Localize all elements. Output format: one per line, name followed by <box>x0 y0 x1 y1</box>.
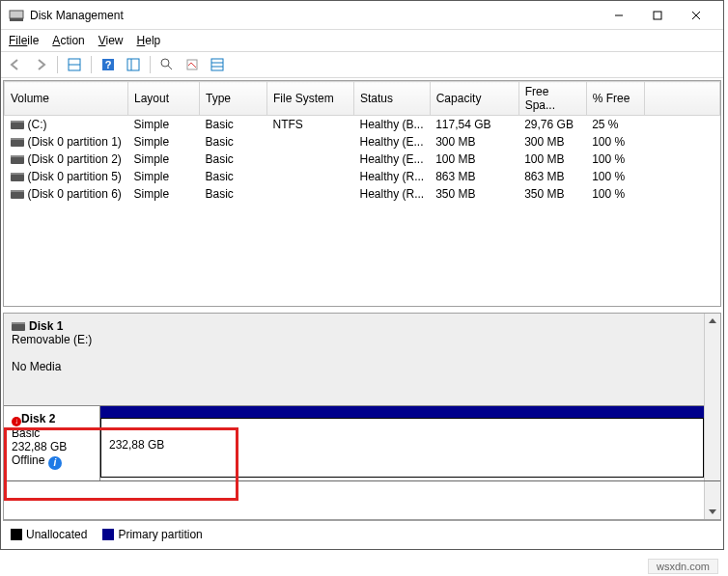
view-settings-button[interactable] <box>123 54 144 75</box>
forward-button[interactable] <box>30 54 51 75</box>
svg-rect-15 <box>211 59 223 70</box>
error-icon: ↓ <box>12 417 21 426</box>
menu-action[interactable]: Action <box>52 34 84 47</box>
volume-icon <box>11 173 24 181</box>
volume-icon <box>11 138 24 147</box>
disk-management-window: Disk Management Fileile Action View Help… <box>0 0 724 550</box>
menu-bar: Fileile Action View Help <box>1 30 723 51</box>
volume-icon <box>11 190 24 199</box>
legend-primary: Primary partition <box>102 528 202 541</box>
back-button[interactable] <box>5 54 26 75</box>
col-pct[interactable]: % Free <box>586 82 644 116</box>
list-button[interactable] <box>207 54 228 75</box>
menu-view[interactable]: View <box>98 34 124 47</box>
volume-icon <box>11 155 24 164</box>
content-area: Volume Layout Type File System Status Ca… <box>1 78 723 549</box>
table-row[interactable]: (Disk 0 partition 6)SimpleBasicHealthy (… <box>5 185 720 203</box>
disk2-size: 232,88 GB <box>12 440 67 453</box>
menu-help[interactable]: Help <box>137 34 161 47</box>
disk1-header[interactable]: Disk 1 Removable (E:) No Media <box>4 314 720 405</box>
legend-unallocated: Unallocated <box>11 528 87 541</box>
titlebar[interactable]: Disk Management <box>1 1 723 30</box>
disk2-status: Offline <box>12 453 44 467</box>
table-row[interactable]: (Disk 0 partition 2)SimpleBasicHealthy (… <box>5 151 720 168</box>
col-fs[interactable]: File System <box>267 82 354 116</box>
credit-text: wsxdn.com <box>648 559 718 574</box>
disk-row-disk2[interactable]: ↓Disk 2 Basic 232,88 GB Offline i 232,88… <box>4 406 720 481</box>
svg-rect-3 <box>654 12 661 19</box>
table-header-row[interactable]: Volume Layout Type File System Status Ca… <box>5 82 720 116</box>
disk-icon <box>12 322 25 331</box>
table-row[interactable]: (Disk 0 partition 5)SimpleBasicHealthy (… <box>5 168 720 185</box>
svg-text:?: ? <box>105 59 112 70</box>
svg-rect-1 <box>10 18 23 21</box>
disk2-header[interactable]: ↓Disk 2 Basic 232,88 GB Offline i <box>4 406 100 480</box>
disk-mgmt-icon <box>9 8 24 23</box>
disk2-type: Basic <box>12 426 40 440</box>
volume-list-pane[interactable]: Volume Layout Type File System Status Ca… <box>3 80 721 307</box>
disk1-type: Removable (E:) <box>12 333 92 346</box>
col-status[interactable]: Status <box>354 82 431 116</box>
disk-graphic-pane[interactable]: Disk 1 Removable (E:) No Media ↓Disk 2 B… <box>3 313 721 520</box>
table-row[interactable]: (C:)SimpleBasicNTFSHealthy (B...117,54 G… <box>5 116 720 134</box>
volume-icon <box>11 121 24 129</box>
window-title: Disk Management <box>30 9 600 22</box>
svg-rect-0 <box>10 11 23 18</box>
disk2-body: 232,88 GB <box>100 406 704 480</box>
disk2-partition[interactable]: 232,88 GB <box>100 418 704 478</box>
menu-file[interactable]: File <box>9 34 27 47</box>
toolbar-separator <box>57 56 58 73</box>
table-row[interactable]: (Disk 0 partition 1)SimpleBasicHealthy (… <box>5 133 720 151</box>
col-extra[interactable] <box>644 82 719 116</box>
legend-bar: Unallocated Primary partition <box>3 520 721 547</box>
col-volume[interactable]: Volume <box>5 82 128 116</box>
prop-button[interactable] <box>182 54 203 75</box>
minimize-button[interactable] <box>600 2 638 29</box>
col-capacity[interactable]: Capacity <box>430 82 518 116</box>
disk1-title: Disk 1 <box>29 319 63 333</box>
toolbar: ? <box>1 51 723 78</box>
partition-size: 232,88 GB <box>109 438 164 452</box>
info-icon[interactable]: i <box>48 456 62 470</box>
view-panes-button[interactable] <box>64 54 85 75</box>
maximize-button[interactable] <box>638 2 677 29</box>
toolbar-separator <box>91 56 92 73</box>
disk2-title: Disk 2 <box>21 412 55 425</box>
disk-row-disk1[interactable]: Disk 1 Removable (E:) No Media <box>4 314 720 406</box>
disk1-status: No Media <box>12 360 61 373</box>
svg-rect-10 <box>127 59 139 70</box>
close-button[interactable] <box>677 2 715 29</box>
partition-stripe <box>100 406 704 418</box>
svg-point-12 <box>161 59 169 67</box>
refresh-button[interactable] <box>156 54 178 75</box>
col-layout[interactable]: Layout <box>128 82 200 116</box>
toolbar-separator <box>150 56 151 73</box>
volume-table[interactable]: Volume Layout Type File System Status Ca… <box>4 81 720 203</box>
col-free[interactable]: Free Spa... <box>518 82 586 116</box>
col-type[interactable]: Type <box>200 82 267 116</box>
help-button[interactable]: ? <box>98 54 119 75</box>
svg-line-13 <box>168 66 172 69</box>
